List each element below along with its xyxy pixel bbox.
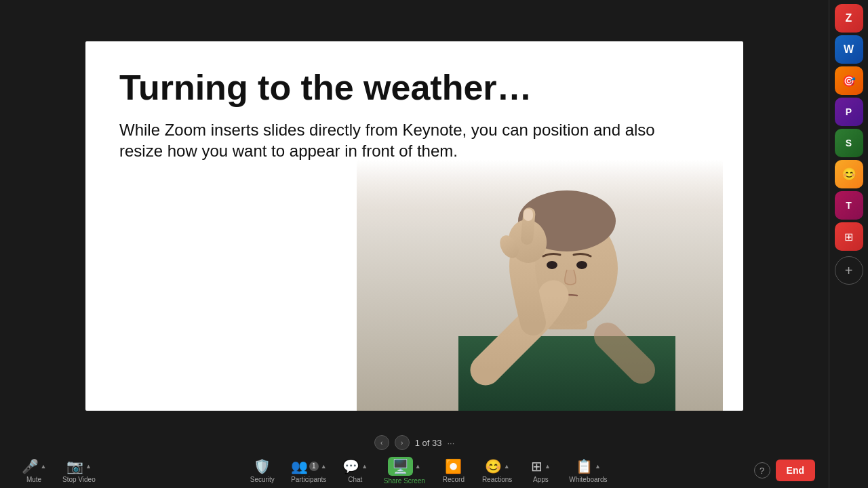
stop-video-label: Stop Video xyxy=(62,476,96,483)
apps-icon: ⊞ xyxy=(531,458,542,474)
toolbar: 🎤 ▲ Mute 📷 ▲ Stop Video xyxy=(0,453,829,488)
slide-content: Turning to the weather… While Zoom inser… xyxy=(85,41,743,411)
apps-caret: ▲ xyxy=(545,463,551,470)
prev-slide-button[interactable]: ‹ xyxy=(374,435,389,450)
whiteboards-icon-row: 📋 ▲ xyxy=(576,458,601,474)
content-area: Turning to the weather… While Zoom inser… xyxy=(0,0,829,488)
whiteboards-caret: ▲ xyxy=(595,463,601,470)
toolbar-left: 🎤 ▲ Mute 📷 ▲ Stop Video xyxy=(14,455,101,486)
participants-icon: 👥 xyxy=(291,458,308,474)
chat-button[interactable]: 💬 ▲ Chat xyxy=(335,455,376,486)
slide-area: Turning to the weather… While Zoom inser… xyxy=(0,19,829,432)
participants-icon-row: 👥 1 ▲ xyxy=(291,458,327,474)
participants-label: Participants xyxy=(291,476,326,483)
video-caret: ▲ xyxy=(85,463,92,470)
next-slide-button[interactable]: › xyxy=(395,435,410,450)
share-screen-bg: 🖥️ xyxy=(388,457,413,476)
mute-button[interactable]: 🎤 ▲ Mute xyxy=(14,455,54,486)
reactions-caret: ▲ xyxy=(504,463,510,470)
sidebar-app-emoji[interactable]: 😊 xyxy=(835,160,863,188)
reactions-icon-row: 😊 ▲ xyxy=(485,458,510,474)
sidebar-app-grid[interactable]: ⊞ xyxy=(835,222,863,251)
security-button[interactable]: 🛡️ Security xyxy=(242,455,283,486)
reactions-label: Reactions xyxy=(482,476,512,483)
sidebar-app-zoom[interactable]: Z xyxy=(835,4,863,33)
security-icon: 🛡️ xyxy=(254,458,271,474)
sidebar-app-3[interactable]: 🎯 xyxy=(835,66,863,95)
mute-caret: ▲ xyxy=(41,463,47,470)
bottom-bar: ‹ › 1 of 33 ··· 🎤 ▲ Mute xyxy=(0,432,829,488)
help-button[interactable]: ? xyxy=(754,462,770,479)
reactions-button[interactable]: 😊 ▲ Reactions xyxy=(477,455,517,486)
person-svg xyxy=(357,160,723,411)
share-screen-label: Share Screen xyxy=(384,477,425,485)
reactions-icon: 😊 xyxy=(485,458,502,474)
video-icon-row: 📷 ▲ xyxy=(66,458,92,474)
mute-label: Mute xyxy=(26,476,41,483)
chat-label: Chat xyxy=(348,476,362,483)
share-screen-caret: ▲ xyxy=(415,463,421,470)
whiteboards-button[interactable]: 📋 ▲ Whiteboards xyxy=(564,455,612,486)
add-icon: + xyxy=(845,263,853,279)
camera-icon: 📷 xyxy=(66,458,83,474)
mute-icon-row: 🎤 ▲ xyxy=(22,458,47,474)
apps-label: Apps xyxy=(533,476,549,483)
share-screen-icon-row: 🖥️ ▲ xyxy=(388,457,421,476)
security-icon-row: 🛡️ xyxy=(254,458,271,474)
end-button[interactable]: End xyxy=(776,460,815,481)
chat-icon-row: 💬 ▲ xyxy=(342,458,368,474)
slide-text-area: Turning to the weather… While Zoom inser… xyxy=(119,68,709,162)
record-button[interactable]: ⏺️ Record xyxy=(433,455,474,486)
toolbar-right: ? End xyxy=(754,460,815,481)
mic-icon: 🎤 xyxy=(22,458,39,474)
participants-caret: ▲ xyxy=(321,463,327,470)
share-screen-icon: 🖥️ xyxy=(392,459,409,474)
whiteboards-label: Whiteboards xyxy=(569,476,607,483)
svg-point-7 xyxy=(576,261,587,269)
apps-icon-row: ⊞ ▲ xyxy=(531,458,551,474)
sidebar-app-serif[interactable]: S xyxy=(835,129,863,157)
main-container: Turning to the weather… While Zoom inser… xyxy=(0,0,868,488)
record-label: Record xyxy=(443,476,465,483)
slide-body: While Zoom inserts slides directly from … xyxy=(119,119,696,161)
svg-rect-10 xyxy=(524,209,533,221)
sidebar-add-button[interactable]: + xyxy=(835,256,863,285)
sidebar-app-twine[interactable]: T xyxy=(835,191,863,220)
person-overlay xyxy=(357,160,723,411)
chat-icon: 💬 xyxy=(342,458,359,474)
whiteboards-icon: 📋 xyxy=(576,458,593,474)
slide-nav: ‹ › 1 of 33 ··· xyxy=(374,432,455,453)
slide-options-button[interactable]: ··· xyxy=(447,438,454,448)
top-bar xyxy=(0,0,829,19)
security-label: Security xyxy=(250,476,275,483)
sidebar-app-word[interactable]: W xyxy=(835,35,863,64)
share-screen-button[interactable]: 🖥️ ▲ Share Screen xyxy=(378,454,431,487)
toolbar-center: 🛡️ Security 👥 1 ▲ Participants xyxy=(101,454,754,487)
record-icon-row: ⏺️ xyxy=(445,458,462,474)
participants-badge: 1 xyxy=(309,462,319,471)
slide-counter: 1 of 33 xyxy=(415,438,442,448)
right-sidebar: Z W 🎯 P S 😊 T ⊞ + xyxy=(829,0,868,488)
apps-button[interactable]: ⊞ ▲ Apps xyxy=(520,455,561,486)
svg-point-6 xyxy=(547,261,557,269)
sidebar-app-prezi[interactable]: P xyxy=(835,98,863,126)
slide-title: Turning to the weather… xyxy=(119,68,709,107)
stop-video-button[interactable]: 📷 ▲ Stop Video xyxy=(57,455,101,486)
record-icon: ⏺️ xyxy=(445,458,462,474)
participants-button[interactable]: 👥 1 ▲ Participants xyxy=(285,455,332,486)
chat-caret: ▲ xyxy=(361,463,368,470)
